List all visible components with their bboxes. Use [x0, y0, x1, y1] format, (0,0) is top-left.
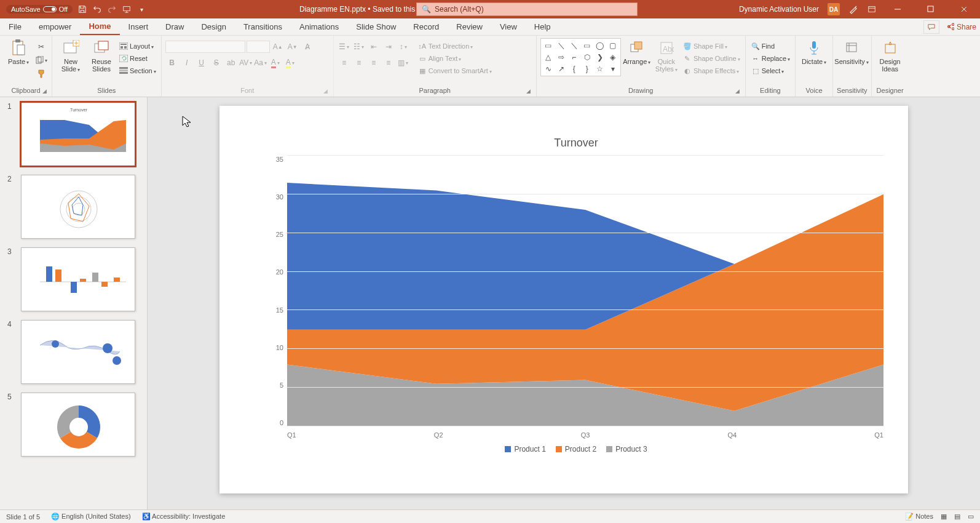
slide-thumbnails-panel[interactable]: 1 Turnover 2 3 4 — [0, 97, 148, 509]
shape-callout-icon[interactable]: ◈ — [607, 52, 619, 63]
tab-design[interactable]: Design — [192, 18, 234, 35]
bold-button[interactable]: B — [165, 57, 179, 69]
shape-brace-r-icon[interactable]: } — [581, 63, 593, 74]
slide-canvas-area[interactable]: Turnover 35302520151050 Q1Q2Q3Q4Q1 Produ… — [148, 97, 980, 509]
layout-button[interactable]: Layout — [117, 41, 157, 52]
tab-help[interactable]: Help — [526, 18, 559, 35]
find-button[interactable]: 🔍Find — [749, 41, 791, 52]
dialog-launcher-icon[interactable]: ◢ — [734, 88, 741, 95]
section-button[interactable]: Section — [117, 65, 157, 76]
smartart-button[interactable]: ▦Convert to SmartArt — [416, 65, 493, 76]
numbering-button[interactable]: ☷ — [352, 41, 366, 53]
char-spacing-button[interactable]: AV — [239, 57, 253, 69]
coming-soon-icon[interactable] — [848, 4, 858, 14]
sensitivity-button[interactable]: Sensitivity — [837, 38, 866, 67]
close-button[interactable] — [952, 0, 976, 18]
arrange-button[interactable]: Arrange — [622, 38, 652, 67]
slide-thumbnail-5[interactable] — [21, 393, 135, 457]
dictate-button[interactable]: Dictate — [799, 38, 829, 67]
copy-button[interactable] — [34, 54, 48, 66]
view-reading-button[interactable]: ▭ — [968, 513, 974, 521]
shape-effects-button[interactable]: ◐Shape Effects — [681, 65, 741, 76]
shape-hexagon-icon[interactable]: ⬡ — [581, 52, 593, 63]
text-direction-button[interactable]: ↕AText Direction — [416, 41, 493, 52]
shape-connector-icon[interactable]: ↗ — [555, 63, 567, 74]
grow-font-button[interactable]: A▲ — [271, 41, 285, 53]
customize-qat-icon[interactable]: ▾ — [136, 4, 146, 14]
shape-roundrect-icon[interactable]: ▢ — [607, 40, 619, 51]
slide-thumbnail-1[interactable]: Turnover — [21, 102, 135, 166]
align-left-button[interactable]: ≡ — [338, 57, 351, 69]
italic-button[interactable]: I — [180, 57, 194, 69]
shape-brace-l-icon[interactable]: { — [568, 63, 580, 74]
present-icon[interactable] — [122, 4, 132, 14]
reset-button[interactable]: Reset — [117, 53, 157, 64]
shape-chevron-icon[interactable]: ❯ — [594, 52, 606, 63]
shape-line2-icon[interactable]: ＼ — [568, 40, 580, 51]
slide-thumbnail-3[interactable] — [21, 247, 135, 311]
minimize-button[interactable] — [885, 0, 910, 18]
slide-thumbnail-4[interactable] — [21, 320, 135, 384]
change-case-button[interactable]: Aa — [254, 57, 267, 69]
font-color-button[interactable]: A — [269, 57, 282, 69]
strike-button[interactable]: S — [210, 57, 223, 69]
document-title[interactable]: Diagramme EN.pptx • Saved to this PC ⌵ — [299, 5, 433, 14]
shape-star-icon[interactable]: ☆ — [594, 63, 606, 74]
shapes-gallery[interactable]: ▭ ＼ ＼ ▭ ◯ ▢ △ ⇨ ⌐ ⬡ ❯ ◈ ∿ ↗ { } ☆ ▾ — [540, 38, 621, 76]
design-ideas-button[interactable]: Design Ideas — [875, 38, 905, 74]
decrease-indent-button[interactable]: ⇤ — [367, 41, 381, 53]
tab-home[interactable]: Home — [80, 18, 119, 35]
bullets-button[interactable]: ☰ — [338, 41, 351, 53]
tab-draw[interactable]: Draw — [157, 18, 192, 35]
tab-record[interactable]: Record — [405, 18, 448, 35]
ribbon-mode-icon[interactable] — [867, 4, 877, 14]
shape-outline-button[interactable]: ✎Shape Outline — [681, 53, 741, 64]
tab-insert[interactable]: Insert — [120, 18, 157, 35]
share-button[interactable]: Share — [946, 23, 976, 31]
replace-button[interactable]: ↔Replace — [749, 53, 791, 64]
shape-oval-icon[interactable]: ◯ — [594, 40, 606, 51]
accessibility-label[interactable]: ♿ Accessibility: Investigate — [142, 513, 226, 521]
shape-rect-icon[interactable]: ▭ — [581, 40, 593, 51]
shape-triangle-icon[interactable]: △ — [542, 52, 555, 63]
tab-transitions[interactable]: Transitions — [235, 18, 291, 35]
shape-fill-button[interactable]: 🪣Shape Fill — [681, 41, 741, 52]
tab-review[interactable]: Review — [448, 18, 491, 35]
notes-button[interactable]: 📝 Notes — [905, 513, 933, 521]
align-right-button[interactable]: ≡ — [367, 57, 381, 69]
undo-icon[interactable] — [92, 4, 102, 14]
save-icon[interactable] — [77, 4, 87, 14]
user-avatar[interactable]: DA — [828, 3, 840, 15]
font-family-input[interactable] — [165, 41, 245, 53]
shape-more-icon[interactable]: ▾ — [607, 63, 619, 74]
cut-button[interactable]: ✂ — [34, 41, 48, 53]
shape-elbow-icon[interactable]: ⌐ — [568, 52, 580, 63]
highlight-button[interactable]: A — [283, 57, 297, 69]
chart-turnover[interactable]: Turnover 35302520151050 Q1Q2Q3Q4Q1 Produ… — [269, 137, 883, 450]
paste-button[interactable]: Paste — [4, 38, 33, 67]
dialog-launcher-icon[interactable]: ◢ — [322, 88, 330, 95]
maximize-button[interactable] — [919, 0, 943, 18]
new-slide-button[interactable]: New Slide — [56, 38, 85, 74]
clear-formatting-button[interactable]: A̷ — [301, 41, 314, 53]
slide-counter[interactable]: Slide 1 of 5 — [6, 513, 40, 521]
shape-arrow-icon[interactable]: ⇨ — [555, 52, 567, 63]
shape-line-icon[interactable]: ＼ — [555, 40, 567, 51]
select-button[interactable]: ⬚Select — [749, 65, 791, 76]
shape-rectangle-icon[interactable]: ▭ — [542, 40, 555, 51]
columns-button[interactable]: ▥ — [397, 57, 410, 69]
autosave-toggle[interactable]: AutoSave Off — [6, 5, 73, 14]
shadow-button[interactable]: ab — [224, 57, 238, 69]
tab-empower[interactable]: empower — [30, 18, 80, 35]
slide-thumbnail-2[interactable] — [21, 175, 135, 239]
comments-button[interactable] — [923, 20, 939, 34]
reuse-slides-button[interactable]: Reuse Slides — [87, 38, 116, 74]
line-spacing-button[interactable]: ↕ — [397, 41, 410, 53]
format-painter-button[interactable] — [34, 68, 48, 80]
quick-styles-button[interactable]: Abc Quick Styles — [653, 38, 680, 74]
search-input[interactable]: 🔍 Search (Alt+Q) — [416, 2, 638, 16]
align-text-button[interactable]: ▭Align Text — [416, 53, 493, 64]
view-normal-button[interactable]: ▦ — [941, 513, 947, 521]
view-sorter-button[interactable]: ▤ — [954, 513, 960, 521]
shape-curve-icon[interactable]: ∿ — [542, 63, 555, 74]
